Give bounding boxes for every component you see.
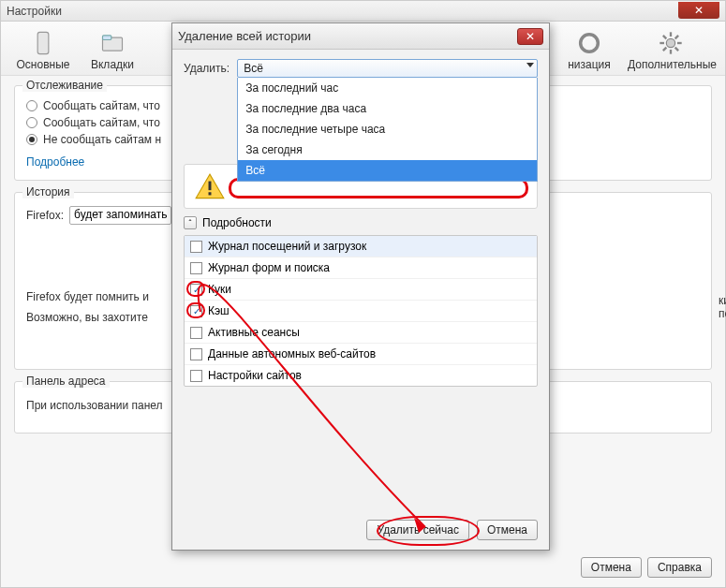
tab-advanced[interactable]: Дополнительные bbox=[628, 30, 714, 71]
window-title: Настройки bbox=[7, 5, 678, 18]
titlebar: Настройки ✕ bbox=[1, 1, 725, 22]
checklist-label: Журнал форм и поиска bbox=[208, 261, 330, 274]
checkbox[interactable]: ✓ bbox=[190, 305, 202, 317]
checklist: Журнал посещений и загрузокЖурнал форм и… bbox=[184, 235, 538, 387]
tab-tabs[interactable]: Вкладки bbox=[81, 30, 143, 71]
warning-icon bbox=[194, 172, 226, 200]
close-icon[interactable]: ✕ bbox=[517, 28, 543, 45]
dialog-titlebar: Удаление всей истории ✕ bbox=[172, 23, 549, 50]
disclosure-icon: ˆ bbox=[184, 216, 197, 229]
para-remember-tail: ки, оставленные посещёнными вами ве bbox=[719, 294, 726, 320]
clear-history-dialog: Удаление всей истории ✕ Удалить: Всё За … bbox=[171, 22, 550, 551]
cancel-button[interactable]: Отмена bbox=[581, 557, 642, 578]
checkbox[interactable] bbox=[190, 327, 202, 339]
details-toggle[interactable]: ˆ Подробности bbox=[184, 216, 538, 229]
checklist-item[interactable]: Журнал форм и поиска bbox=[185, 257, 537, 279]
label-address: При использовании панел bbox=[26, 399, 163, 412]
svg-point-4 bbox=[666, 38, 674, 47]
checklist-item[interactable]: Активные сеансы bbox=[185, 322, 537, 344]
checklist-item[interactable]: Данные автономных веб-сайтов bbox=[185, 344, 537, 365]
checklist-item[interactable]: ✓Кэш bbox=[185, 301, 537, 322]
svg-line-11 bbox=[663, 48, 667, 51]
link-more[interactable]: Подробнее bbox=[26, 155, 84, 169]
tab-sync[interactable]: низация bbox=[558, 30, 620, 71]
svg-rect-0 bbox=[37, 32, 49, 53]
svg-point-3 bbox=[581, 35, 599, 52]
svg-line-12 bbox=[675, 36, 679, 39]
close-icon[interactable]: ✕ bbox=[678, 2, 719, 19]
combo-time-range[interactable]: Всё За последний часЗа последние два час… bbox=[237, 59, 538, 78]
checklist-label: Журнал посещений и загрузок bbox=[208, 240, 366, 253]
combo-selected: Всё bbox=[244, 62, 263, 75]
combo-list: За последний часЗа последние два часаЗа … bbox=[237, 78, 538, 182]
combo-option[interactable]: За последний час bbox=[238, 78, 537, 98]
label-delete: Удалить: bbox=[184, 62, 230, 75]
dialog-title: Удаление всей истории bbox=[178, 29, 517, 43]
svg-line-9 bbox=[663, 36, 667, 39]
svg-rect-15 bbox=[209, 192, 212, 195]
settings-footer: Отмена Справка bbox=[581, 557, 712, 578]
combo-option[interactable]: Всё bbox=[238, 160, 537, 181]
checklist-item[interactable]: Журнал посещений и загрузок bbox=[185, 236, 537, 257]
cancel-button[interactable]: Отмена bbox=[477, 520, 538, 540]
legend-history: История bbox=[22, 185, 74, 198]
checkbox[interactable] bbox=[190, 241, 202, 253]
checkbox[interactable] bbox=[190, 348, 202, 360]
delete-now-button[interactable]: Удалить сейчас bbox=[366, 520, 468, 540]
combo-option[interactable]: За сегодня bbox=[238, 140, 537, 160]
details-label: Подробности bbox=[202, 216, 272, 229]
checkbox[interactable] bbox=[190, 262, 202, 274]
svg-line-10 bbox=[675, 48, 679, 51]
legend-tracking: Отслеживание bbox=[22, 79, 107, 92]
checklist-item[interactable]: Настройки сайтов bbox=[185, 365, 537, 386]
checklist-item[interactable]: ✓Куки bbox=[185, 279, 537, 301]
tab-general[interactable]: Основные bbox=[12, 30, 74, 71]
chevron-down-icon bbox=[526, 63, 534, 67]
checkbox[interactable]: ✓ bbox=[190, 284, 202, 296]
svg-rect-14 bbox=[209, 182, 212, 191]
legend-address: Панель адреса bbox=[22, 375, 110, 388]
dialog-footer: Удалить сейчас Отмена bbox=[366, 520, 538, 540]
checklist-label: Кэш bbox=[208, 304, 230, 317]
combo-option[interactable]: За последние четыре часа bbox=[238, 119, 537, 140]
checkbox[interactable] bbox=[190, 370, 202, 382]
select-history-mode[interactable]: будет запоминать bbox=[69, 206, 171, 225]
help-button[interactable]: Справка bbox=[647, 557, 712, 578]
label-firefox: Firefox: bbox=[26, 209, 64, 222]
checklist-label: Настройки сайтов bbox=[208, 369, 302, 382]
checklist-label: Данные автономных веб-сайтов bbox=[208, 347, 376, 360]
checklist-label: Куки bbox=[208, 283, 231, 296]
combo-option[interactable]: За последние два часа bbox=[238, 98, 537, 119]
checklist-label: Активные сеансы bbox=[208, 326, 300, 339]
svg-rect-2 bbox=[103, 36, 111, 40]
